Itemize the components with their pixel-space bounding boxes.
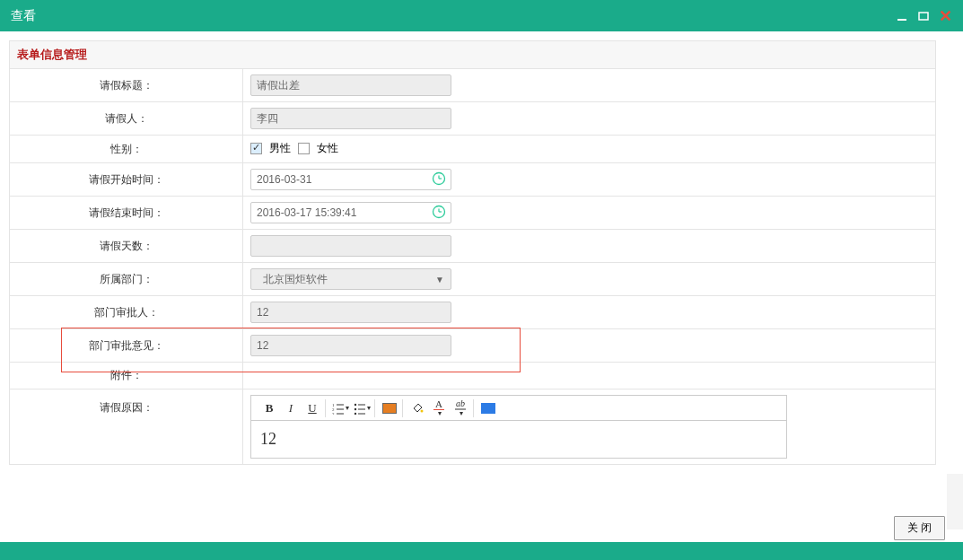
approver-input[interactable]: 12 — [250, 302, 451, 323]
label-opinion: 部门审批意见： — [10, 329, 243, 363]
underline-button[interactable]: U — [303, 399, 321, 417]
highlight-button[interactable]: ab ▾ — [451, 399, 469, 417]
rich-text-editor: B I U 123▾ ▾ — [250, 395, 787, 459]
editor-content[interactable]: 12 — [251, 421, 786, 458]
minimize-icon — [896, 10, 908, 22]
attachment-cell — [243, 363, 936, 389]
days-input[interactable] — [250, 235, 451, 257]
unordered-list-button[interactable]: ▾ — [353, 399, 371, 417]
clock-icon[interactable] — [432, 171, 446, 186]
square-icon — [481, 403, 495, 414]
svg-rect-1 — [919, 13, 928, 20]
svg-point-16 — [354, 407, 355, 409]
image-button[interactable] — [381, 399, 398, 417]
start-time-input[interactable]: 2016-03-31 — [250, 169, 451, 190]
opinion-input[interactable]: 12 — [250, 335, 451, 356]
label-approver: 部门审批人： — [10, 296, 243, 329]
window-titlebar: 查看 ✕ — [0, 0, 963, 31]
image-icon — [382, 403, 397, 414]
window-title: 查看 — [11, 8, 896, 24]
ordered-list-button[interactable]: 123▾ — [331, 399, 349, 417]
svg-point-20 — [421, 409, 424, 412]
label-title: 请假标题： — [10, 69, 243, 102]
insert-button[interactable] — [479, 399, 497, 417]
bottom-strip — [0, 542, 963, 560]
clock-icon[interactable] — [432, 205, 446, 219]
unordered-list-icon — [354, 402, 366, 415]
gender-female-checkbox[interactable] — [298, 143, 310, 154]
label-attachment: 附件： — [10, 363, 243, 389]
svg-point-18 — [354, 412, 355, 414]
person-input[interactable]: 李四 — [250, 108, 451, 129]
form-table: 表单信息管理 请假标题： 请假出差 请假人： 李四 性别： 男性 女性 请假开始… — [9, 40, 936, 465]
ordered-list-icon: 123 — [332, 402, 345, 415]
label-end-time: 请假结束时间： — [10, 197, 243, 230]
maximize-button[interactable] — [917, 10, 930, 22]
italic-button[interactable]: I — [282, 399, 300, 417]
end-time-input[interactable]: 2016-03-17 15:39:41 — [250, 202, 451, 223]
minimize-button[interactable] — [896, 10, 908, 22]
chevron-down-icon: ▼ — [435, 275, 444, 284]
section-header: 表单信息管理 — [10, 41, 936, 69]
gender-group: 男性 女性 — [250, 141, 338, 156]
gender-female-label: 女性 — [317, 141, 338, 156]
editor-toolbar: B I U 123▾ ▾ — [251, 396, 786, 421]
dept-select-value: 北京国炬软件 — [263, 273, 328, 285]
label-days: 请假天数： — [10, 230, 243, 263]
gender-male-checkbox[interactable] — [250, 143, 262, 154]
footer-bar: 关 闭 — [894, 516, 945, 540]
bold-button[interactable]: B — [260, 399, 278, 417]
dept-select[interactable]: 北京国炬软件 — [250, 268, 451, 290]
paint-bucket-icon — [411, 402, 424, 415]
title-input[interactable]: 请假出差 — [250, 74, 451, 96]
close-button[interactable]: 关 闭 — [894, 516, 945, 540]
label-dept: 所属部门： — [10, 263, 243, 296]
font-color-button[interactable]: A ▾ — [430, 399, 448, 417]
label-gender: 性别： — [10, 136, 243, 163]
label-person: 请假人： — [10, 102, 243, 136]
label-start-time: 请假开始时间： — [10, 163, 243, 197]
svg-point-14 — [354, 403, 355, 405]
maximize-icon — [917, 10, 930, 22]
close-window-button[interactable]: ✕ — [939, 6, 952, 26]
svg-text:3: 3 — [332, 412, 335, 415]
gender-male-label: 男性 — [269, 141, 291, 156]
form-content: 表单信息管理 请假标题： 请假出差 请假人： 李四 性别： 男性 女性 请假开始… — [0, 31, 963, 474]
fill-color-button[interactable] — [408, 399, 426, 417]
label-reason: 请假原因： — [10, 389, 243, 465]
window-controls: ✕ — [896, 6, 952, 26]
